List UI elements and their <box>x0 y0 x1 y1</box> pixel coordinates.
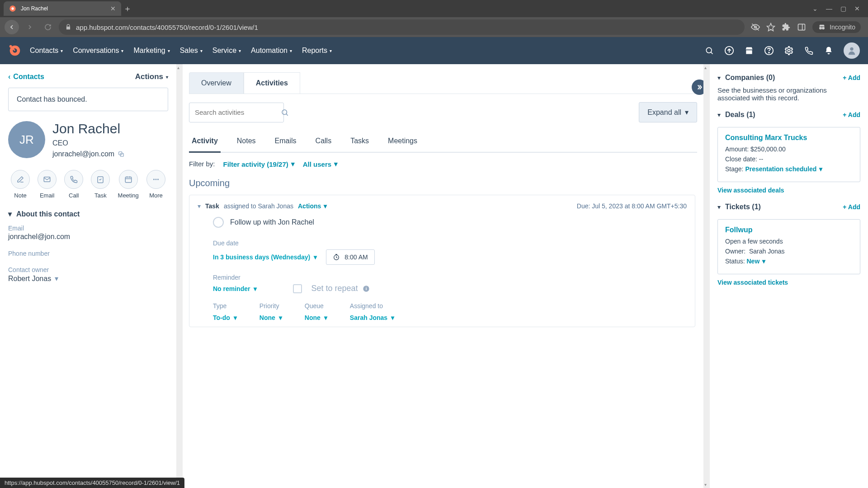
record-tabs: Overview Activities <box>189 72 697 94</box>
browser-tab-active[interactable]: Jon Rachel ✕ <box>4 1 121 16</box>
close-tab-icon[interactable]: ✕ <box>110 5 116 12</box>
nav-reports[interactable]: Reports▾ <box>302 47 332 55</box>
email-button[interactable]: Email <box>38 170 57 199</box>
scroll-up-icon[interactable]: ▴ <box>704 65 707 70</box>
close-window-icon[interactable]: ✕ <box>854 5 860 12</box>
notifications-icon[interactable] <box>824 46 834 56</box>
tab-activities[interactable]: Activities <box>244 72 300 94</box>
filter-activity-dropdown[interactable]: Filter activity (19/27)▾ <box>223 160 295 168</box>
upgrade-icon[interactable] <box>724 46 734 56</box>
subtab-emails[interactable]: Emails <box>272 132 299 152</box>
call-button[interactable]: Call <box>64 170 83 199</box>
contact-actions-dropdown[interactable]: Actions▾ <box>135 72 168 81</box>
about-section-toggle[interactable]: ▾ About this contact <box>8 210 168 218</box>
task-actions-dropdown[interactable]: Actions▾ <box>298 202 327 210</box>
subtab-notes[interactable]: Notes <box>234 132 259 152</box>
collapse-tickets-icon[interactable]: ▾ <box>717 203 721 211</box>
ticket-name-link[interactable]: Follwup <box>725 226 853 234</box>
extensions-icon[interactable] <box>782 23 791 32</box>
subtab-activity[interactable]: Activity <box>189 132 221 153</box>
scroll-up-icon[interactable]: ▴ <box>177 65 179 70</box>
nav-service[interactable]: Service▾ <box>212 47 241 55</box>
maximize-icon[interactable]: ▢ <box>840 5 846 12</box>
eye-off-icon[interactable] <box>751 23 760 32</box>
forward-button[interactable] <box>23 20 37 34</box>
hubspot-favicon-icon <box>9 5 16 12</box>
task-title[interactable]: Follow up with Jon Rachel <box>230 218 314 226</box>
field-email-value[interactable]: jonrachel@jon.com <box>8 233 168 241</box>
scroll-down-icon[interactable]: ▾ <box>704 482 707 487</box>
marketplace-icon[interactable] <box>744 46 754 56</box>
middle-panel: Overview Activities Expand all▾ Activity… <box>183 64 703 488</box>
reload-button[interactable] <box>41 20 55 34</box>
nav-automation[interactable]: Automation▾ <box>251 47 292 55</box>
priority-dropdown[interactable]: None▾ <box>259 314 282 321</box>
collapse-deals-icon[interactable]: ▾ <box>717 111 721 118</box>
nav-conversations[interactable]: Conversations▾ <box>73 47 123 55</box>
middle-scrollbar[interactable]: ▴ ▾ <box>703 64 710 488</box>
incognito-indicator[interactable]: Incognito <box>812 21 861 33</box>
task-complete-checkbox[interactable] <box>213 217 224 228</box>
add-ticket-button[interactable]: + Add <box>843 203 860 211</box>
add-company-button[interactable]: + Add <box>843 74 860 81</box>
subtab-calls[interactable]: Calls <box>313 132 335 152</box>
collapse-companies-icon[interactable]: ▾ <box>717 74 721 81</box>
search-input[interactable] <box>195 108 281 116</box>
back-button[interactable] <box>5 20 19 34</box>
chevron-down-icon: ▾ <box>8 210 12 218</box>
meeting-button[interactable]: Meeting <box>118 170 139 199</box>
info-icon[interactable]: i <box>363 285 370 292</box>
queue-dropdown[interactable]: None▾ <box>305 314 327 321</box>
svg-point-31 <box>282 110 287 115</box>
user-avatar[interactable] <box>844 42 860 59</box>
ticket-status-dropdown[interactable]: New▾ <box>746 258 765 265</box>
nav-sales[interactable]: Sales▾ <box>180 47 203 55</box>
deal-name-link[interactable]: Consulting Marx Trucks <box>725 134 853 142</box>
settings-icon[interactable] <box>784 46 794 56</box>
chevron-down-icon[interactable]: ⌄ <box>812 5 818 12</box>
assignee-dropdown[interactable]: Sarah Jonas▾ <box>350 314 394 321</box>
task-button[interactable]: Task <box>91 170 110 199</box>
left-scrollbar[interactable]: ▴ ▾ <box>176 64 183 488</box>
repeat-checkbox[interactable] <box>293 284 302 293</box>
due-time-input[interactable]: 8:00 AM <box>326 249 374 265</box>
back-to-contacts-link[interactable]: ‹ Contacts <box>8 73 44 81</box>
note-button[interactable]: Note <box>11 170 30 199</box>
collapse-task-icon[interactable]: ▾ <box>198 202 201 210</box>
type-dropdown[interactable]: To-do▾ <box>213 314 237 321</box>
search-icon[interactable] <box>704 46 714 56</box>
help-icon[interactable] <box>764 46 774 56</box>
svg-point-30 <box>157 179 159 180</box>
star-icon[interactable] <box>766 23 775 32</box>
search-activities-input[interactable] <box>189 103 284 122</box>
new-tab-button[interactable]: ＋ <box>121 3 134 14</box>
search-icon[interactable] <box>281 108 289 117</box>
more-button[interactable]: More <box>146 170 165 199</box>
phone-icon[interactable] <box>804 46 814 56</box>
companies-heading: Companies (0) <box>725 74 775 82</box>
view-tickets-link[interactable]: View associated tickets <box>717 279 788 286</box>
filter-by-label: Filter by: <box>189 160 215 168</box>
panel-icon[interactable] <box>797 23 806 32</box>
reminder-dropdown[interactable]: No reminder▾ <box>213 285 257 292</box>
filter-users-dropdown[interactable]: All users▾ <box>303 160 338 168</box>
nav-marketing[interactable]: Marketing▾ <box>133 47 170 55</box>
incognito-label: Incognito <box>830 23 855 31</box>
view-deals-link[interactable]: View associated deals <box>717 187 784 194</box>
add-deal-button[interactable]: + Add <box>843 111 860 118</box>
expand-all-button[interactable]: Expand all▾ <box>639 102 697 122</box>
minimize-icon[interactable]: — <box>826 5 832 12</box>
subtab-tasks[interactable]: Tasks <box>348 132 372 152</box>
ticket-card: Follwup Open a few seconds Owner: Sarah … <box>717 219 860 274</box>
app-body: ‹ Contacts Actions▾ Contact has bounced.… <box>0 64 868 488</box>
field-owner-value[interactable]: Robert Jonas▾ <box>8 274 168 283</box>
nav-contacts[interactable]: Contacts▾ <box>30 47 63 55</box>
subtab-meetings[interactable]: Meetings <box>385 132 420 152</box>
due-date-dropdown[interactable]: In 3 business days (Wednesday)▾ <box>213 253 317 261</box>
tab-overview[interactable]: Overview <box>189 72 244 94</box>
deal-stage-dropdown[interactable]: Presentation scheduled▾ <box>745 165 822 173</box>
app-topnav: Contacts▾ Conversations▾ Marketing▾ Sale… <box>0 37 868 64</box>
url-bar[interactable]: app.hubspot.com/contacts/40055750/record… <box>59 19 745 35</box>
copy-icon[interactable] <box>118 151 124 157</box>
hubspot-logo-icon[interactable] <box>8 44 22 57</box>
